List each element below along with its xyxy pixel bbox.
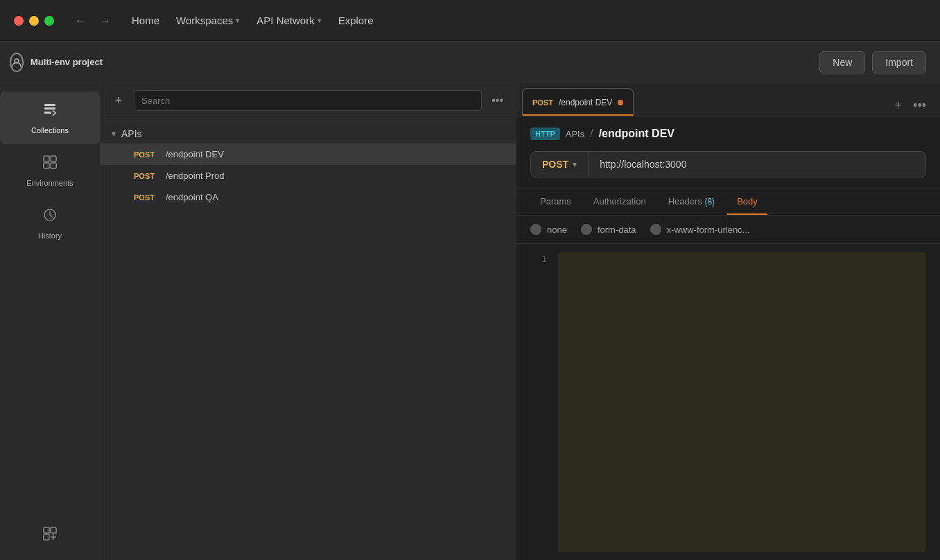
tab-body[interactable]: Body <box>727 189 767 215</box>
radio-none-icon <box>530 224 541 235</box>
method-selector[interactable]: POST ▾ <box>531 152 589 177</box>
method-text: POST <box>542 159 568 170</box>
endpoint-dev-item[interactable]: POST /endpoint DEV <box>101 143 516 165</box>
tab-method: POST <box>532 98 553 107</box>
body-options: none form-data x-www-form-urlenc... <box>516 216 940 244</box>
svg-rect-6 <box>51 163 56 168</box>
active-tab[interactable]: POST /endpoint DEV <box>522 88 634 116</box>
back-button[interactable]: ← <box>71 12 90 30</box>
addons-icon <box>42 525 58 546</box>
new-button[interactable]: New <box>819 51 865 73</box>
radio-form-data-icon <box>581 224 592 235</box>
tab-actions: + ••• <box>892 96 934 116</box>
workspace-actions: New Import <box>101 51 940 73</box>
endpoint-qa-item[interactable]: POST /endpoint QA <box>101 186 516 208</box>
import-button[interactable]: Import <box>872 51 926 73</box>
method-badge-qa: POST <box>134 193 159 202</box>
http-badge: HTTP <box>530 128 560 140</box>
method-badge-dev: POST <box>134 150 159 159</box>
history-icon <box>42 207 58 227</box>
url-input[interactable] <box>589 152 925 177</box>
collection-toolbar: + ••• <box>101 83 516 119</box>
new-tab-button[interactable]: + <box>892 96 905 116</box>
collections-label: Collections <box>31 126 69 134</box>
svg-rect-1 <box>44 104 55 106</box>
endpoint-name-qa: /endpoint QA <box>166 192 218 202</box>
apis-group-header[interactable]: ▾ APIs <box>101 124 516 143</box>
content-area: Collections Environments History <box>0 83 940 560</box>
endpoint-name-dev: /endpoint DEV <box>166 149 224 159</box>
history-label: History <box>38 231 62 240</box>
code-area: 1 <box>516 244 940 560</box>
method-badge-prod: POST <box>134 172 159 180</box>
workspace-avatar <box>10 53 24 72</box>
apis-group: ▾ APIs POST /endpoint DEV POST /endpoint… <box>101 124 516 208</box>
nav-home[interactable]: Home <box>132 15 159 26</box>
request-area: HTTP APIs / /endpoint DEV POST ▾ <box>516 116 940 189</box>
nav-api-network[interactable]: API Network ▾ <box>256 15 321 26</box>
titlebar: ← → Home Workspaces ▾ API Network ▾ Expl… <box>0 0 940 42</box>
request-tabs: Params Authorization Headers (8) Body <box>516 189 940 216</box>
tab-title: /endpoint DEV <box>559 98 612 107</box>
radio-urlencoded-icon <box>650 224 661 235</box>
method-chevron-icon: ▾ <box>573 159 577 169</box>
sidebar-item-environments[interactable]: Environments <box>0 144 100 197</box>
right-panel: POST /endpoint DEV + ••• HTTP APIs / /en… <box>516 83 940 560</box>
collection-search-input[interactable] <box>134 90 482 111</box>
svg-rect-10 <box>44 534 49 540</box>
code-content[interactable] <box>558 252 926 552</box>
workspace-identity: Multi-env project <box>0 53 101 72</box>
close-button[interactable] <box>14 16 24 26</box>
forward-button[interactable]: → <box>96 12 115 30</box>
sidebar-item-collections[interactable]: Collections <box>0 91 100 144</box>
svg-rect-9 <box>51 527 56 533</box>
nav-arrows: ← → <box>71 12 115 30</box>
breadcrumb-current: /endpoint DEV <box>599 128 674 140</box>
line-number-1: 1 <box>530 252 547 267</box>
sidebar-item-addons[interactable] <box>0 516 100 560</box>
nav-items: Home Workspaces ▾ API Network ▾ Explore <box>132 15 374 26</box>
tab-more-button[interactable]: ••• <box>910 96 929 116</box>
traffic-lights <box>14 16 54 26</box>
headers-count-badge: (8) <box>704 197 715 207</box>
breadcrumb: HTTP APIs / /endpoint DEV <box>530 128 926 140</box>
svg-rect-4 <box>51 156 56 161</box>
radio-form-data-label: form-data <box>598 225 636 235</box>
tab-status-dot <box>618 100 623 105</box>
collections-icon <box>42 101 58 122</box>
radio-urlencoded-label: x-www-form-urlenc... <box>667 225 750 235</box>
tab-params[interactable]: Params <box>530 189 581 215</box>
endpoint-prod-item[interactable]: POST /endpoint Prod <box>101 165 516 186</box>
maximize-button[interactable] <box>44 16 54 26</box>
minimize-button[interactable] <box>29 16 39 26</box>
svg-rect-5 <box>44 163 49 168</box>
add-collection-button[interactable]: + <box>109 91 128 110</box>
group-name: APIs <box>121 128 142 139</box>
svg-rect-2 <box>44 107 55 110</box>
sidebar-item-history[interactable]: History <box>0 197 100 250</box>
api-network-chevron-icon: ▾ <box>317 16 322 25</box>
tab-authorization[interactable]: Authorization <box>584 189 656 215</box>
icon-sidebar: Collections Environments History <box>0 83 101 560</box>
body-option-none[interactable]: none <box>530 224 567 235</box>
radio-none-label: none <box>547 225 567 235</box>
svg-rect-8 <box>44 527 49 533</box>
workspace-name: Multi-env project <box>31 57 103 67</box>
workspaces-chevron-icon: ▾ <box>236 16 240 25</box>
environments-icon <box>42 154 58 175</box>
collection-more-button[interactable]: ••• <box>487 91 507 110</box>
body-option-urlencoded[interactable]: x-www-form-urlenc... <box>650 224 750 235</box>
collection-tree: ▾ APIs POST /endpoint DEV POST /endpoint… <box>101 119 516 216</box>
nav-workspaces[interactable]: Workspaces ▾ <box>176 15 240 26</box>
line-numbers: 1 <box>530 252 547 552</box>
tab-headers[interactable]: Headers (8) <box>659 189 724 215</box>
tab-bar: POST /endpoint DEV + ••• <box>516 83 940 116</box>
nav-explore[interactable]: Explore <box>338 15 374 26</box>
group-chevron-icon: ▾ <box>112 129 116 139</box>
body-option-form-data[interactable]: form-data <box>581 224 636 235</box>
url-bar: POST ▾ <box>530 151 926 177</box>
collection-panel: + ••• ▾ APIs POST /endpoint DEV POST /en… <box>101 83 516 560</box>
workspace-header: Multi-env project New Import <box>0 42 940 83</box>
environments-label: Environments <box>26 179 73 187</box>
breadcrumb-separator: / <box>590 128 593 140</box>
